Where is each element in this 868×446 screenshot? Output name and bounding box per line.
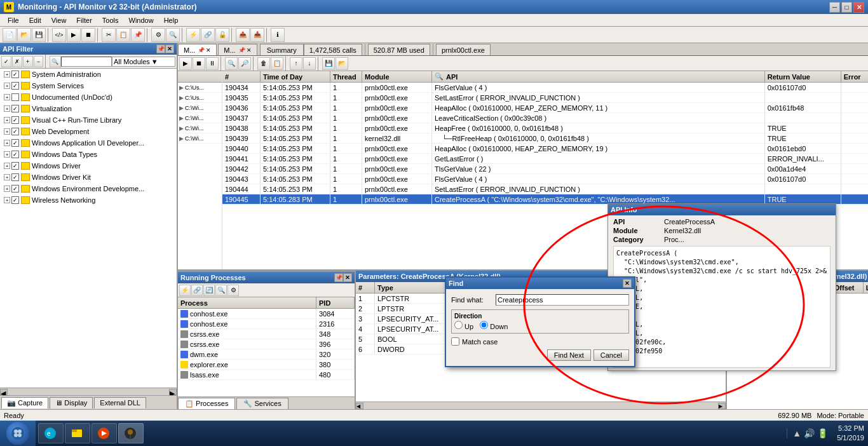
find-cancel-button[interactable]: Cancel (593, 349, 629, 361)
params-hscroll[interactable]: ◀ ▶ (356, 402, 726, 409)
taskbar-media[interactable] (92, 423, 117, 443)
find-what-input[interactable] (496, 294, 629, 306)
tree-row-1[interactable]: ▶ C:\Us... (178, 83, 222, 93)
col-thread[interactable]: Thread (330, 71, 362, 82)
tree-row-3[interactable]: ▶ C:\Wi... (178, 103, 222, 113)
proc-tb-settings[interactable]: ⚙ (227, 285, 239, 296)
tab-external-dll[interactable]: External DLL (94, 397, 146, 409)
expand-webdev[interactable]: + (4, 128, 10, 135)
find-down-radio[interactable] (480, 321, 488, 329)
tb-export[interactable]: 📤 (236, 28, 250, 42)
filter-expand[interactable]: + (23, 56, 33, 67)
memory-tab[interactable]: 520.87 MB used (368, 44, 430, 55)
menu-tools[interactable]: Tools (97, 15, 124, 25)
tree-row-2[interactable]: ▶ C:\Us... (178, 93, 222, 103)
menu-view[interactable]: View (46, 15, 72, 25)
proc-row-6[interactable]: lsass.exe 480 (178, 370, 355, 380)
col-time[interactable]: Time of Day (261, 71, 330, 82)
expand-undoc[interactable]: + (4, 94, 10, 100)
api-tb-import[interactable]: 📂 (336, 57, 348, 70)
expand-winenvdev[interactable]: + (4, 186, 10, 192)
menu-edit[interactable]: Edit (24, 15, 46, 25)
checkbox-windatatypes[interactable] (11, 151, 19, 158)
tb-new[interactable]: 📄 (3, 28, 17, 42)
expand-virt[interactable]: + (4, 105, 10, 112)
maximize-button[interactable]: □ (841, 2, 852, 13)
monitor-tab-1[interactable]: M... 📌 ✕ (178, 44, 217, 55)
api-row-9[interactable]: 190443 5:14:05.253 PM 1 prnlx00ctl.exe F… (222, 174, 868, 184)
tree-item-virt[interactable]: + Virtualization (0, 103, 177, 114)
tree-item-windriver[interactable]: + Windows Driver (0, 160, 177, 172)
api-tb-copy[interactable]: 📋 (271, 57, 283, 70)
proc-tab-services[interactable]: 🔧 Services (236, 398, 288, 409)
taskbar-explorer[interactable] (65, 423, 90, 443)
hscroll-left[interactable]: ◀ (0, 389, 8, 395)
tb-save[interactable]: 💾 (32, 28, 46, 42)
api-tb-find[interactable]: 🔍 (225, 57, 238, 70)
col-num[interactable]: # (222, 71, 261, 82)
proc-row-4[interactable]: dwm.exe 320 (178, 349, 355, 360)
expand-windriverkit[interactable]: + (4, 174, 10, 180)
tb-detach[interactable]: 🔓 (215, 28, 229, 42)
tree-item-winenvdev[interactable]: + Windows Environment Developme... (0, 183, 177, 194)
params-hscroll-left[interactable]: ◀ (356, 403, 363, 409)
proc-col-process[interactable]: Process (178, 297, 316, 308)
expand-sysservices[interactable]: + (4, 83, 10, 89)
checkbox-webdev[interactable] (11, 128, 19, 135)
proc-col-pid[interactable]: PID (316, 297, 355, 308)
expand-winappui[interactable]: + (4, 140, 10, 146)
tb-open[interactable]: 📂 (17, 28, 31, 42)
tb-attach[interactable]: 🔗 (201, 28, 215, 42)
tree-item-winappui[interactable]: + Windows Application UI Developer... (0, 137, 177, 149)
hscroll-right[interactable]: ▶ (169, 389, 177, 395)
checkbox-winappui[interactable] (11, 139, 19, 147)
api-tb-stop[interactable]: ⏹ (193, 57, 205, 70)
proc-tb-refresh[interactable]: 🔄 (203, 285, 215, 296)
checkbox-windriverkit[interactable] (11, 173, 19, 181)
expand-sysadmin[interactable]: + (4, 71, 10, 78)
proc-row-0[interactable]: conhost.exe 3084 (178, 309, 355, 319)
tab-display[interactable]: 🖥 Display (50, 397, 93, 409)
tb-settings[interactable]: ⚙ (151, 28, 165, 42)
api-tb-clear[interactable]: 🗑 (257, 57, 270, 70)
api-row-10[interactable]: 190444 5:14:05.253 PM 1 prnlx00ctl.exe S… (222, 184, 868, 194)
proc-row-2[interactable]: csrss.exe 348 (178, 329, 355, 339)
api-row-8[interactable]: 190442 5:14:05.253 PM 1 prnlx00ctl.exe T… (222, 164, 868, 174)
menu-window[interactable]: Window (124, 15, 159, 25)
tb-paste[interactable]: 📌 (131, 28, 145, 42)
taskbar-ie[interactable]: e (38, 423, 64, 443)
filter-search-input[interactable] (61, 57, 112, 67)
monitor-tab-1-pin[interactable]: 📌 (198, 47, 205, 53)
tree-expand-3[interactable]: ▶ (179, 105, 184, 111)
menu-help[interactable]: Help (159, 15, 184, 25)
tree-item-windriverkit[interactable]: + Windows Driver Kit (0, 172, 177, 183)
minimize-button[interactable]: ─ (829, 2, 840, 13)
tb-run[interactable]: ▶ (67, 28, 81, 42)
tab-capture[interactable]: 📷 Capture (1, 397, 48, 409)
tree-expand-6[interactable]: ▶ (179, 135, 184, 142)
api-row-0[interactable]: 190434 5:14:05.253 PM 1 prnlx00ctl.exe F… (222, 83, 868, 93)
tb-about[interactable]: ℹ (271, 28, 285, 42)
col-error[interactable]: Error (841, 71, 868, 82)
checkbox-windriver[interactable] (11, 162, 19, 170)
api-tb-start[interactable]: ▶ (179, 57, 192, 70)
start-button[interactable] (0, 421, 36, 446)
proc-tb-detach[interactable]: 🔗 (191, 285, 203, 296)
cs-col-offset[interactable]: Offset (832, 282, 864, 293)
proc-tb-filter[interactable]: 🔍 (215, 285, 227, 296)
filter-check-all[interactable]: ✓ (1, 56, 11, 67)
cs-col-location[interactable]: Location (864, 282, 868, 293)
proc-row-3[interactable]: csrss.exe 396 (178, 339, 355, 349)
find-matchcase-checkbox[interactable] (451, 337, 459, 346)
monitor-tab-2-close[interactable]: ✕ (247, 47, 252, 53)
api-tb-export[interactable]: 💾 (322, 57, 335, 70)
monitor-tab-2[interactable]: M... 📌 ✕ (218, 44, 257, 55)
checkbox-winenvdev[interactable] (11, 185, 19, 193)
tree-row-5[interactable]: ▶ C:\Wi... (178, 123, 222, 133)
expand-wireless[interactable]: + (4, 197, 10, 203)
tb-import[interactable]: 📥 (250, 28, 264, 42)
api-filter-pin[interactable]: 📌 (156, 44, 165, 53)
api-row-7[interactable]: 190441 5:14:05.253 PM 1 prnlx00ctl.exe G… (222, 154, 868, 164)
taskbar-monitor[interactable] (118, 423, 144, 443)
filter-hscroll[interactable]: ◀ ▶ (0, 388, 177, 395)
